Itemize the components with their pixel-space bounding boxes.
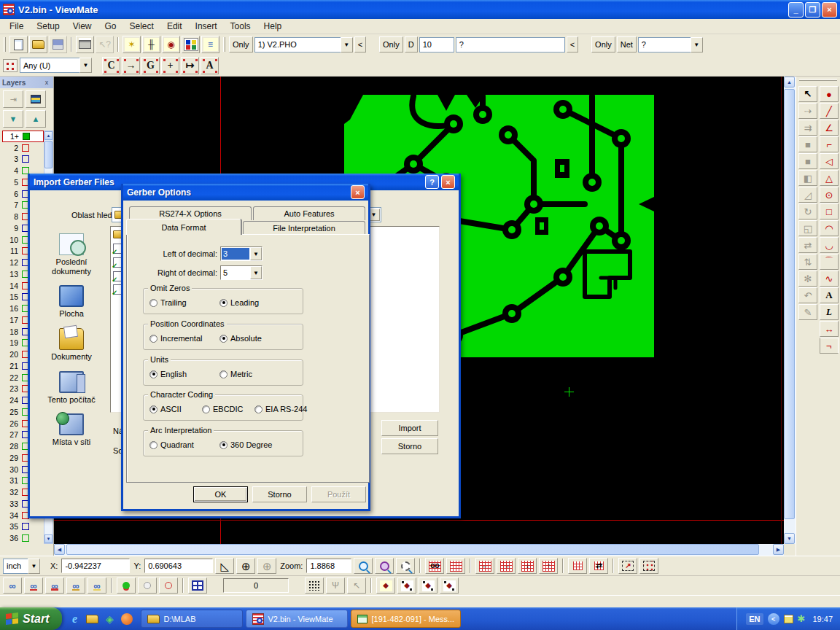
draw-text-button[interactable]: A (820, 287, 839, 303)
menu-setup[interactable]: Setup (30, 20, 66, 33)
horizontal-scrollbar[interactable]: ◀ ▶ (54, 544, 784, 556)
layer-row-3[interactable]: 3 (2, 154, 44, 166)
radio-icon[interactable] (219, 441, 228, 449)
cancel-button[interactable]: Storno (252, 486, 307, 502)
layer-color-swatch[interactable] (22, 144, 29, 152)
chevron-down-icon[interactable]: ▼ (79, 58, 92, 73)
scroll-right-icon[interactable]: ▶ (773, 544, 784, 555)
scroll-up-icon[interactable]: ▲ (44, 131, 52, 140)
highlight-off-button[interactable] (138, 578, 157, 594)
only-dcode-button[interactable]: Only (379, 36, 403, 52)
table-button[interactable] (188, 578, 207, 594)
grid-dcodes-button[interactable]: oo (425, 558, 444, 574)
only-layer-button[interactable]: Only (229, 36, 253, 52)
task-mlab[interactable]: D:\MLAB (141, 610, 243, 628)
grid-partial-button[interactable] (568, 558, 587, 574)
pan-up-button[interactable]: ↑ (539, 558, 558, 574)
radio-english[interactable]: English (149, 370, 219, 378)
radio-icon[interactable] (219, 370, 228, 378)
draw-arc-button[interactable]: ◡ (820, 237, 839, 253)
highlight-outline-button[interactable] (159, 578, 178, 594)
help-button[interactable]: ? (425, 175, 439, 189)
close-button[interactable]: × (351, 185, 365, 199)
scroll-down-icon[interactable]: ▼ (44, 534, 52, 543)
radio-eia-rs-244[interactable]: EIA RS-244 (254, 405, 324, 413)
layer-row-36[interactable]: 36 (2, 532, 44, 544)
select-area-button[interactable] (639, 558, 658, 574)
pan-right-button[interactable]: → (497, 558, 516, 574)
draw-circle-button[interactable]: ⊙ (820, 187, 839, 203)
tab-data-format[interactable]: Data Format (126, 219, 241, 235)
radio-icon[interactable] (149, 299, 158, 307)
view-layers-button[interactable]: ∞ (24, 578, 43, 594)
chevron-down-icon[interactable]: ▼ (250, 266, 262, 279)
grid-points-button[interactable] (305, 578, 324, 594)
draw-chord-arc-button[interactable]: ◠ (820, 220, 839, 236)
menu-view[interactable]: View (66, 20, 98, 33)
ok-button[interactable]: OK (193, 486, 248, 502)
place-network[interactable]: Místa v síti (38, 413, 105, 447)
radio-leading[interactable]: Leading (219, 298, 289, 307)
net-combo[interactable]: ? ▼ (638, 37, 703, 52)
layer-color-swatch[interactable] (22, 523, 29, 530)
print-button[interactable] (76, 36, 94, 53)
open-file-button[interactable] (29, 36, 47, 53)
draw-ellipse-arc-button[interactable]: ⌒ (820, 254, 839, 270)
draw-line-button[interactable]: ╱ (820, 103, 839, 119)
draw-ltext-button[interactable]: L (820, 304, 839, 320)
tray-doc-icon[interactable] (784, 615, 793, 623)
scroll-thumb[interactable] (784, 89, 795, 519)
scroll-left-icon[interactable]: ◀ (54, 544, 65, 555)
unit-combo[interactable]: inch ▼ (3, 559, 40, 574)
menu-insert[interactable]: Insert (189, 20, 224, 33)
dcode-query-input[interactable]: ? (456, 37, 565, 52)
layer-row-1[interactable]: 1+ (2, 131, 44, 142)
draw-pad-button[interactable]: ● (820, 86, 839, 102)
prev-dcode-button[interactable]: < (567, 36, 578, 52)
pad-mirror-button[interactable] (440, 578, 459, 594)
draw-rectangle-button[interactable]: □ (820, 203, 839, 219)
vertical-scrollbar[interactable]: ▲ ▼ (784, 77, 796, 544)
radio-ascii[interactable]: ASCII (149, 405, 202, 413)
view-film-button[interactable]: ∞ (45, 578, 64, 594)
ie-icon[interactable]: e (68, 612, 81, 626)
draw-angle-button[interactable]: ◁ (820, 153, 839, 169)
radio-icon[interactable] (254, 405, 262, 413)
tray-chevron-icon[interactable]: < (768, 613, 779, 625)
layers-panel-header[interactable]: Layers x (0, 77, 53, 88)
menu-edit[interactable]: Edit (160, 20, 189, 33)
radio-quadrant[interactable]: Quadrant (149, 440, 219, 449)
layer-advance-button[interactable]: ⇥ (3, 90, 23, 108)
menu-help[interactable]: Help (257, 20, 289, 33)
draw-dimension-button[interactable]: ↔ (820, 321, 839, 337)
pan-left-button[interactable]: ← (475, 558, 494, 574)
measure-angle-button[interactable]: ◺ (215, 558, 234, 574)
green-app-icon[interactable]: ◈ (103, 612, 116, 626)
language-indicator[interactable]: EN (746, 613, 763, 625)
only-net-button[interactable]: Only (591, 36, 615, 52)
view-selection-button[interactable]: ∞ (66, 578, 85, 594)
flash-select-button[interactable] (376, 578, 395, 594)
place-computer[interactable]: Tento počítač (38, 371, 105, 405)
menu-select[interactable]: Select (123, 20, 160, 33)
layer-color-swatch[interactable] (22, 155, 29, 163)
task-messenger[interactable]: [191-482-091] - Mess... (351, 610, 461, 628)
tab-file-interpretation[interactable]: File Interpretation (243, 221, 365, 235)
draw-route-button[interactable]: ⌐ (820, 338, 839, 354)
firefox-icon[interactable] (120, 612, 133, 626)
radio-icon[interactable] (219, 299, 228, 307)
view-board-button[interactable]: ∞ (88, 578, 106, 594)
new-file-button[interactable] (9, 36, 28, 53)
tab-auto-features[interactable]: Auto Features (253, 206, 365, 220)
close-icon[interactable]: x (42, 79, 51, 86)
net-button[interactable]: Net (617, 36, 637, 52)
draw-corner-button[interactable]: ⌐ (820, 136, 839, 152)
pad-select-button[interactable] (397, 578, 416, 594)
draw-scurve-button[interactable]: ∿ (820, 271, 839, 287)
scroll-up-icon[interactable]: ▲ (784, 77, 795, 88)
radio-metric[interactable]: Metric (219, 370, 289, 378)
zoom-grid-button[interactable] (375, 558, 394, 574)
menu-tools[interactable]: Tools (224, 20, 257, 33)
scroll-thumb[interactable] (44, 141, 52, 168)
view-objects-button[interactable]: ∞ (3, 578, 22, 594)
